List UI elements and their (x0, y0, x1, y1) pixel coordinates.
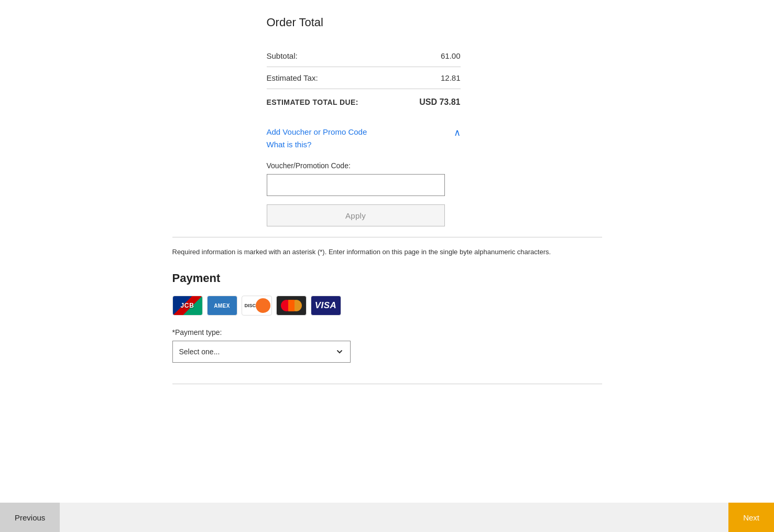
previous-button[interactable]: Previous (0, 503, 60, 532)
voucher-link-group: Add Voucher or Promo Code What is this? (267, 126, 367, 151)
mastercard-card-icon (276, 296, 307, 316)
visa-card-icon: VISA (311, 296, 341, 316)
subtotal-label: Subtotal: (267, 51, 298, 60)
order-total-section: Order Total Subtotal: 61.00 Estimated Ta… (267, 16, 602, 226)
subtotal-line: Subtotal: 61.00 (267, 45, 461, 67)
jcb-card-icon: JCB (172, 296, 203, 316)
total-value: USD 73.81 (419, 97, 460, 107)
what-is-this-link[interactable]: What is this? (267, 138, 367, 151)
required-notice: Required information is marked with an a… (172, 248, 602, 256)
card-icons-group: JCB AMEX DISCOVER VISA (172, 296, 602, 316)
tax-line: Estimated Tax: 12.81 (267, 67, 461, 89)
next-button[interactable]: Next (728, 503, 774, 532)
apply-button[interactable]: Apply (267, 204, 445, 226)
tax-value: 12.81 (441, 73, 461, 82)
add-voucher-link[interactable]: Add Voucher or Promo Code (267, 126, 367, 138)
voucher-code-label: Voucher/Promotion Code: (267, 161, 461, 170)
amex-card-icon: AMEX (207, 296, 237, 316)
payment-title: Payment (172, 272, 602, 285)
section-divider (172, 237, 602, 237)
order-total-title: Order Total (267, 16, 602, 29)
footer-bar: Previous Next (0, 503, 774, 532)
subtotal-value: 61.00 (441, 51, 461, 60)
total-line: ESTIMATED TOTAL DUE: USD 73.81 (267, 91, 461, 113)
voucher-form: Voucher/Promotion Code: Apply (267, 161, 461, 226)
tax-label: Estimated Tax: (267, 73, 318, 82)
payment-section: Payment JCB AMEX DISCOVER VI (172, 272, 602, 363)
total-label: ESTIMATED TOTAL DUE: (267, 98, 358, 106)
voucher-code-input[interactable] (267, 174, 445, 196)
voucher-header[interactable]: Add Voucher or Promo Code What is this? … (267, 126, 461, 151)
footer-spacer (60, 503, 728, 532)
discover-card-icon: DISCOVER (242, 296, 272, 316)
payment-type-select[interactable]: Select one... Credit Card Debit Card Pay… (172, 341, 351, 363)
payment-type-label: *Payment type: (172, 328, 602, 336)
voucher-section: Add Voucher or Promo Code What is this? … (267, 126, 461, 226)
chevron-up-icon: ∧ (454, 127, 461, 138)
bottom-divider (172, 384, 602, 384)
